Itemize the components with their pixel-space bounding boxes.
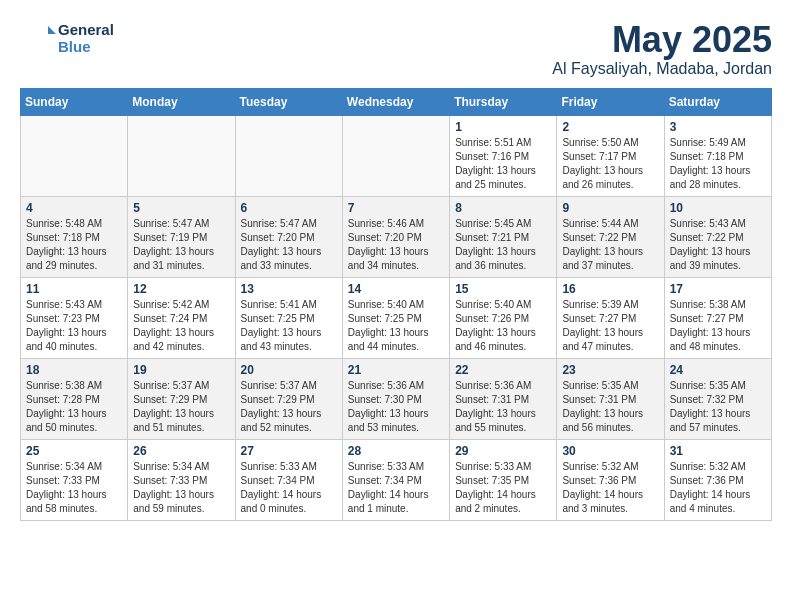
day-info: Sunrise: 5:35 AMSunset: 7:32 PMDaylight:…	[670, 379, 766, 435]
day-info: Sunrise: 5:43 AMSunset: 7:23 PMDaylight:…	[26, 298, 122, 354]
day-info: Sunrise: 5:35 AMSunset: 7:31 PMDaylight:…	[562, 379, 658, 435]
day-number: 13	[241, 282, 337, 296]
col-friday: Friday	[557, 88, 664, 115]
calendar-cell	[235, 115, 342, 196]
day-info: Sunrise: 5:44 AMSunset: 7:22 PMDaylight:…	[562, 217, 658, 273]
calendar-cell: 11Sunrise: 5:43 AMSunset: 7:23 PMDayligh…	[21, 277, 128, 358]
week-row-2: 4Sunrise: 5:48 AMSunset: 7:18 PMDaylight…	[21, 196, 772, 277]
day-number: 18	[26, 363, 122, 377]
week-row-3: 11Sunrise: 5:43 AMSunset: 7:23 PMDayligh…	[21, 277, 772, 358]
day-number: 17	[670, 282, 766, 296]
day-info: Sunrise: 5:51 AMSunset: 7:16 PMDaylight:…	[455, 136, 551, 192]
calendar-cell: 12Sunrise: 5:42 AMSunset: 7:24 PMDayligh…	[128, 277, 235, 358]
month-location: May 2025 Al Faysaliyah, Madaba, Jordan	[552, 20, 772, 78]
top-section: General Blue May 2025 Al Faysaliyah, Mad…	[20, 20, 772, 78]
day-number: 19	[133, 363, 229, 377]
day-info: Sunrise: 5:45 AMSunset: 7:21 PMDaylight:…	[455, 217, 551, 273]
day-info: Sunrise: 5:39 AMSunset: 7:27 PMDaylight:…	[562, 298, 658, 354]
calendar-cell: 31Sunrise: 5:32 AMSunset: 7:36 PMDayligh…	[664, 439, 771, 520]
day-number: 12	[133, 282, 229, 296]
day-info: Sunrise: 5:40 AMSunset: 7:25 PMDaylight:…	[348, 298, 444, 354]
day-info: Sunrise: 5:33 AMSunset: 7:34 PMDaylight:…	[348, 460, 444, 516]
calendar-cell: 2Sunrise: 5:50 AMSunset: 7:17 PMDaylight…	[557, 115, 664, 196]
day-info: Sunrise: 5:41 AMSunset: 7:25 PMDaylight:…	[241, 298, 337, 354]
day-number: 23	[562, 363, 658, 377]
calendar-cell: 10Sunrise: 5:43 AMSunset: 7:22 PMDayligh…	[664, 196, 771, 277]
week-row-5: 25Sunrise: 5:34 AMSunset: 7:33 PMDayligh…	[21, 439, 772, 520]
calendar-cell: 27Sunrise: 5:33 AMSunset: 7:34 PMDayligh…	[235, 439, 342, 520]
col-sunday: Sunday	[21, 88, 128, 115]
week-row-1: 1Sunrise: 5:51 AMSunset: 7:16 PMDaylight…	[21, 115, 772, 196]
col-thursday: Thursday	[450, 88, 557, 115]
calendar-table: Sunday Monday Tuesday Wednesday Thursday…	[20, 88, 772, 521]
day-info: Sunrise: 5:36 AMSunset: 7:30 PMDaylight:…	[348, 379, 444, 435]
calendar-cell: 8Sunrise: 5:45 AMSunset: 7:21 PMDaylight…	[450, 196, 557, 277]
calendar-cell: 5Sunrise: 5:47 AMSunset: 7:19 PMDaylight…	[128, 196, 235, 277]
day-info: Sunrise: 5:49 AMSunset: 7:18 PMDaylight:…	[670, 136, 766, 192]
day-info: Sunrise: 5:48 AMSunset: 7:18 PMDaylight:…	[26, 217, 122, 273]
day-info: Sunrise: 5:38 AMSunset: 7:28 PMDaylight:…	[26, 379, 122, 435]
calendar-cell: 17Sunrise: 5:38 AMSunset: 7:27 PMDayligh…	[664, 277, 771, 358]
calendar-cell: 7Sunrise: 5:46 AMSunset: 7:20 PMDaylight…	[342, 196, 449, 277]
day-number: 5	[133, 201, 229, 215]
calendar-cell: 30Sunrise: 5:32 AMSunset: 7:36 PMDayligh…	[557, 439, 664, 520]
day-number: 8	[455, 201, 551, 215]
location-title: Al Faysaliyah, Madaba, Jordan	[552, 60, 772, 78]
day-number: 10	[670, 201, 766, 215]
day-info: Sunrise: 5:34 AMSunset: 7:33 PMDaylight:…	[133, 460, 229, 516]
calendar-cell	[128, 115, 235, 196]
day-number: 4	[26, 201, 122, 215]
calendar-cell: 1Sunrise: 5:51 AMSunset: 7:16 PMDaylight…	[450, 115, 557, 196]
calendar-cell: 25Sunrise: 5:34 AMSunset: 7:33 PMDayligh…	[21, 439, 128, 520]
day-number: 11	[26, 282, 122, 296]
calendar-cell: 23Sunrise: 5:35 AMSunset: 7:31 PMDayligh…	[557, 358, 664, 439]
day-info: Sunrise: 5:46 AMSunset: 7:20 PMDaylight:…	[348, 217, 444, 273]
day-info: Sunrise: 5:36 AMSunset: 7:31 PMDaylight:…	[455, 379, 551, 435]
calendar-cell: 22Sunrise: 5:36 AMSunset: 7:31 PMDayligh…	[450, 358, 557, 439]
calendar-cell: 26Sunrise: 5:34 AMSunset: 7:33 PMDayligh…	[128, 439, 235, 520]
svg-rect-0	[20, 20, 56, 56]
day-number: 16	[562, 282, 658, 296]
calendar-cell: 19Sunrise: 5:37 AMSunset: 7:29 PMDayligh…	[128, 358, 235, 439]
col-tuesday: Tuesday	[235, 88, 342, 115]
day-number: 2	[562, 120, 658, 134]
day-number: 15	[455, 282, 551, 296]
calendar-cell	[342, 115, 449, 196]
day-info: Sunrise: 5:50 AMSunset: 7:17 PMDaylight:…	[562, 136, 658, 192]
day-info: Sunrise: 5:37 AMSunset: 7:29 PMDaylight:…	[133, 379, 229, 435]
day-info: Sunrise: 5:33 AMSunset: 7:35 PMDaylight:…	[455, 460, 551, 516]
calendar-cell: 6Sunrise: 5:47 AMSunset: 7:20 PMDaylight…	[235, 196, 342, 277]
day-number: 31	[670, 444, 766, 458]
calendar-cell: 28Sunrise: 5:33 AMSunset: 7:34 PMDayligh…	[342, 439, 449, 520]
day-info: Sunrise: 5:33 AMSunset: 7:34 PMDaylight:…	[241, 460, 337, 516]
day-number: 6	[241, 201, 337, 215]
day-number: 1	[455, 120, 551, 134]
day-info: Sunrise: 5:47 AMSunset: 7:19 PMDaylight:…	[133, 217, 229, 273]
day-info: Sunrise: 5:43 AMSunset: 7:22 PMDaylight:…	[670, 217, 766, 273]
day-number: 20	[241, 363, 337, 377]
day-info: Sunrise: 5:32 AMSunset: 7:36 PMDaylight:…	[670, 460, 766, 516]
calendar-cell: 21Sunrise: 5:36 AMSunset: 7:30 PMDayligh…	[342, 358, 449, 439]
calendar-cell: 14Sunrise: 5:40 AMSunset: 7:25 PMDayligh…	[342, 277, 449, 358]
calendar-cell: 15Sunrise: 5:40 AMSunset: 7:26 PMDayligh…	[450, 277, 557, 358]
svg-marker-1	[48, 26, 56, 34]
calendar-cell: 20Sunrise: 5:37 AMSunset: 7:29 PMDayligh…	[235, 358, 342, 439]
month-title: May 2025	[552, 20, 772, 60]
day-number: 22	[455, 363, 551, 377]
calendar-cell: 24Sunrise: 5:35 AMSunset: 7:32 PMDayligh…	[664, 358, 771, 439]
col-saturday: Saturday	[664, 88, 771, 115]
calendar-cell: 13Sunrise: 5:41 AMSunset: 7:25 PMDayligh…	[235, 277, 342, 358]
day-info: Sunrise: 5:40 AMSunset: 7:26 PMDaylight:…	[455, 298, 551, 354]
col-monday: Monday	[128, 88, 235, 115]
calendar-cell: 29Sunrise: 5:33 AMSunset: 7:35 PMDayligh…	[450, 439, 557, 520]
day-info: Sunrise: 5:47 AMSunset: 7:20 PMDaylight:…	[241, 217, 337, 273]
day-number: 29	[455, 444, 551, 458]
day-number: 14	[348, 282, 444, 296]
calendar-cell	[21, 115, 128, 196]
day-number: 3	[670, 120, 766, 134]
calendar-header-row: Sunday Monday Tuesday Wednesday Thursday…	[21, 88, 772, 115]
day-number: 27	[241, 444, 337, 458]
day-info: Sunrise: 5:37 AMSunset: 7:29 PMDaylight:…	[241, 379, 337, 435]
logo: General Blue	[20, 20, 114, 56]
calendar-cell: 4Sunrise: 5:48 AMSunset: 7:18 PMDaylight…	[21, 196, 128, 277]
